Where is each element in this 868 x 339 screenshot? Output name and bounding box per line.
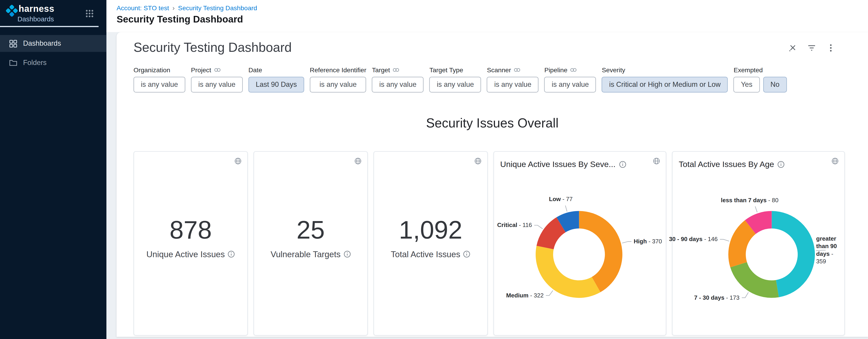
page-title: Security Testing Dashboard: [117, 14, 243, 25]
section-title: Security Issues Overall: [117, 116, 868, 131]
filter-label: Target: [372, 66, 390, 73]
explore-globe-icon[interactable]: [832, 158, 839, 165]
leader-line: [534, 225, 543, 229]
leader-line: [720, 239, 729, 241]
filter-value-scanner[interactable]: is any value: [487, 77, 538, 93]
donut-slice-7-30-days[interactable]: [730, 262, 779, 298]
info-icon[interactable]: [777, 161, 785, 168]
harness-logo-icon[interactable]: [5, 4, 19, 18]
filter-reference-identifier: Reference Identifier is any value: [310, 66, 366, 92]
link-icon: [514, 66, 521, 73]
tile-unique-active-issues-by-severity: Unique Active Issues By Seve... High - 3…: [493, 151, 666, 336]
link-icon: [214, 66, 221, 73]
filter-target-type: Target Type is any value: [430, 66, 481, 92]
dashboard-card: Security Testing Dashboard: [117, 32, 868, 337]
tile-total-active-issues: 1,092 Total Active Issues: [373, 151, 488, 336]
sidebar-item-label: Folders: [23, 59, 47, 66]
breadcrumb-page-link[interactable]: Security Testing Dashboard: [178, 4, 257, 11]
donut-svg: [494, 183, 665, 327]
explore-globe-icon[interactable]: [235, 158, 242, 165]
dashboards-icon: [9, 39, 18, 48]
stat-label: Total Active Issues: [391, 249, 460, 259]
filter-icon[interactable]: [807, 44, 816, 53]
filter-organization: Organization is any value: [133, 66, 185, 92]
sidebar-nav: Dashboards Folders: [0, 35, 106, 74]
slice-label: Medium - 322: [506, 292, 544, 300]
filter-value-reference-identifier[interactable]: is any value: [310, 77, 366, 93]
dashboard-actions: [788, 44, 835, 53]
info-icon[interactable]: [619, 161, 626, 168]
stat-label: Vulnerable Targets: [271, 249, 341, 259]
explore-globe-icon[interactable]: [354, 158, 362, 165]
chart-title: Unique Active Issues By Seve...: [500, 160, 616, 169]
sidebar-item-label: Dashboards: [23, 39, 61, 48]
exempted-yes-button[interactable]: Yes: [734, 77, 760, 93]
filter-value-date[interactable]: Last 90 Days: [248, 77, 304, 93]
filter-severity: Severity is Critical or High or Medium o…: [602, 66, 728, 92]
donut-slice-greater-than-90-days[interactable]: [772, 211, 815, 298]
filter-label: Date: [248, 66, 262, 73]
donut-chart-severity: High - 370Medium - 322Critical - 116Low …: [494, 183, 665, 327]
filter-date: Date Last 90 Days: [248, 66, 304, 92]
tile-total-active-issues-by-age: Total Active Issues By Age greater than …: [672, 151, 845, 336]
apps-grid-icon[interactable]: [85, 9, 94, 18]
link-icon: [570, 66, 577, 73]
top-header: Account: STO test › Security Testing Das…: [106, 0, 868, 32]
sidebar-header: harness Dashboards: [0, 0, 106, 27]
filter-label: Reference Identifier: [310, 66, 366, 73]
filter-label: Project: [191, 66, 211, 73]
filter-target: Target is any value: [372, 66, 424, 92]
sidebar-item-folders[interactable]: Folders: [0, 54, 106, 71]
slice-label: 30 - 90 days - 146: [669, 235, 718, 243]
dashboard-title: Security Testing Dashboard: [133, 40, 291, 55]
filter-scanner: Scanner is any value: [487, 66, 538, 92]
leader-line: [565, 205, 567, 211]
leader-line: [622, 242, 631, 243]
donut-chart-age: greater than 90 days - 3597 - 30 days - …: [673, 183, 844, 327]
exempted-no-button[interactable]: No: [763, 77, 787, 93]
explore-globe-icon[interactable]: [653, 158, 660, 165]
donut-slice-medium[interactable]: [536, 246, 600, 298]
info-icon[interactable]: [343, 250, 351, 257]
info-icon[interactable]: [227, 250, 235, 257]
filter-value-pipeline[interactable]: is any value: [544, 77, 596, 93]
filter-label: Target Type: [430, 66, 463, 73]
breadcrumb: Account: STO test › Security Testing Das…: [117, 4, 257, 11]
filter-value-organization[interactable]: is any value: [133, 77, 185, 93]
sidebar-item-dashboards[interactable]: Dashboards: [0, 35, 106, 52]
tile-vulnerable-targets: 25 Vulnerable Targets: [253, 151, 368, 336]
stat-value: 25: [297, 217, 324, 243]
leader-line: [755, 206, 757, 212]
main-area: Security Testing Dashboard: [106, 32, 868, 339]
filter-exempted: Exempted Yes No: [734, 66, 787, 92]
stat-value: 1,092: [399, 217, 462, 243]
filter-label: Scanner: [487, 66, 511, 73]
slice-label: greater than 90 days - 359: [816, 235, 842, 265]
filter-value-target-type[interactable]: is any value: [430, 77, 481, 93]
tiles-row: 878 Unique Active Issues 25 Vulnerable T…: [133, 151, 845, 336]
breadcrumb-account-link[interactable]: Account: STO test: [117, 4, 169, 11]
filter-label: Pipeline: [544, 66, 567, 73]
filter-label: Exempted: [734, 66, 763, 73]
slice-label: 7 - 30 days - 173: [694, 294, 740, 302]
chart-title: Total Active Issues By Age: [679, 160, 774, 169]
filter-value-target[interactable]: is any value: [372, 77, 424, 93]
breadcrumb-chevron-icon: ›: [173, 4, 175, 11]
info-icon[interactable]: [463, 250, 470, 257]
tile-unique-active-issues: 878 Unique Active Issues: [133, 151, 248, 336]
sidebar: harness Dashboards Dashboards: [0, 0, 106, 339]
stat-value: 878: [169, 217, 212, 243]
leader-line: [546, 290, 553, 295]
close-icon[interactable]: [788, 44, 797, 53]
filter-value-project[interactable]: is any value: [191, 77, 243, 93]
security-testing-dashboard-page: harness Dashboards Dashboards: [0, 0, 868, 339]
leader-line: [742, 292, 748, 298]
folder-icon: [9, 58, 18, 67]
explore-globe-icon[interactable]: [474, 158, 482, 165]
slice-label: Low - 77: [549, 196, 572, 203]
product-name: Dashboards: [18, 15, 54, 23]
slice-label: High - 370: [633, 238, 662, 245]
filter-value-severity[interactable]: is Critical or High or Medium or Low: [602, 77, 728, 93]
slice-label: less than 7 days - 80: [721, 197, 779, 204]
kebab-menu-icon[interactable]: [826, 44, 835, 53]
